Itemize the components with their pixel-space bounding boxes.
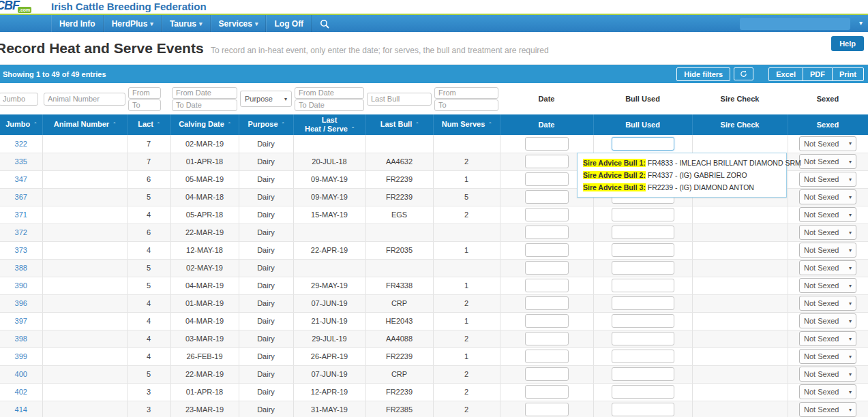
- jumbo-link[interactable]: 398: [15, 335, 27, 343]
- search-button[interactable]: [312, 15, 338, 32]
- jumbo-link[interactable]: 367: [15, 193, 27, 201]
- header-num-serves[interactable]: Num Servesˆ: [433, 114, 500, 135]
- heat-to-date-filter-input[interactable]: [295, 99, 364, 111]
- excel-button[interactable]: Excel: [768, 67, 803, 81]
- jumbo-link[interactable]: 335: [15, 157, 27, 166]
- purpose-filter-select[interactable]: Purpose ▾: [240, 91, 292, 107]
- jumbo-link[interactable]: 397: [15, 317, 27, 325]
- refresh-button[interactable]: [734, 67, 753, 80]
- jumbo-link[interactable]: 396: [15, 299, 27, 307]
- date-input[interactable]: [525, 385, 569, 399]
- lact-from-filter-input[interactable]: [128, 87, 161, 99]
- jumbo-filter-input[interactable]: [0, 93, 38, 106]
- bull-used-input[interactable]: [612, 332, 674, 345]
- nav-herdplus[interactable]: HerdPlus ▾: [104, 15, 162, 32]
- bull-used-input[interactable]: [612, 279, 674, 292]
- jumbo-link[interactable]: 372: [15, 228, 27, 236]
- header-calving-date[interactable]: Calving Dateˆ: [170, 114, 239, 135]
- date-input[interactable]: [525, 261, 569, 275]
- pdf-button[interactable]: PDF: [803, 67, 832, 81]
- nav-herd-info[interactable]: Herd Info: [51, 15, 104, 32]
- date-input[interactable]: [525, 279, 569, 292]
- sexed-select[interactable]: Not Sexed ▾: [799, 136, 856, 151]
- sire-check-cell: [692, 348, 788, 365]
- jumbo-link[interactable]: 371: [15, 211, 27, 219]
- bull-used-input[interactable]: [612, 367, 674, 381]
- sexed-select[interactable]: Not Sexed ▾: [799, 278, 856, 293]
- animal-number-filter-input[interactable]: [44, 93, 125, 106]
- herd-select-box[interactable]: [740, 18, 850, 30]
- nav-log-off[interactable]: Log Off: [266, 15, 312, 32]
- header-lact[interactable]: Lactˆ: [127, 114, 170, 135]
- sexed-select[interactable]: Not Sexed ▾: [799, 243, 856, 258]
- date-input[interactable]: [525, 296, 569, 310]
- sexed-select[interactable]: Not Sexed ▾: [799, 189, 856, 204]
- date-input[interactable]: [525, 208, 569, 221]
- sexed-select[interactable]: Not Sexed ▾: [799, 331, 856, 346]
- date-input[interactable]: [525, 172, 569, 186]
- jumbo-link[interactable]: 390: [15, 281, 27, 290]
- jumbo-link[interactable]: 414: [15, 405, 27, 414]
- date-input[interactable]: [525, 403, 569, 416]
- header-jumbo[interactable]: Jumboˆ: [0, 114, 42, 135]
- sexed-select[interactable]: Not Sexed ▾: [799, 367, 856, 382]
- bull-used-input[interactable]: [612, 261, 674, 275]
- date-input[interactable]: [525, 137, 569, 151]
- date-input[interactable]: [525, 332, 569, 345]
- nav-taurus[interactable]: Taurus ▾: [162, 15, 211, 32]
- jumbo-link[interactable]: 373: [15, 246, 27, 254]
- serves-from-filter-input[interactable]: [434, 87, 498, 99]
- sexed-select[interactable]: Not Sexed ▾: [799, 260, 856, 275]
- bull-used-input[interactable]: [612, 403, 674, 416]
- sexed-select[interactable]: Not Sexed ▾: [799, 402, 856, 417]
- sexed-select[interactable]: Not Sexed ▾: [799, 207, 856, 222]
- sexed-select[interactable]: Not Sexed ▾: [799, 296, 856, 311]
- last-bull-filter-input[interactable]: [367, 93, 432, 106]
- date-input[interactable]: [525, 243, 569, 257]
- sexed-select[interactable]: Not Sexed ▾: [799, 225, 856, 240]
- bull-used-input[interactable]: [612, 314, 674, 328]
- jumbo-link[interactable]: 399: [15, 352, 27, 360]
- bull-used-input[interactable]: [612, 350, 674, 363]
- jumbo-link[interactable]: 347: [15, 175, 27, 183]
- hide-filters-button[interactable]: Hide filters: [676, 67, 730, 81]
- header-last-bull[interactable]: Last Bullˆ: [365, 114, 433, 135]
- jumbo-link[interactable]: 322: [15, 140, 27, 148]
- jumbo-link[interactable]: 402: [15, 388, 27, 396]
- date-input[interactable]: [525, 226, 569, 239]
- sexed-select[interactable]: Not Sexed ▾: [799, 349, 856, 364]
- bull-used-input[interactable]: [612, 385, 674, 399]
- date-input[interactable]: [525, 314, 569, 328]
- sexed-select[interactable]: Not Sexed ▾: [799, 313, 856, 328]
- serves-to-filter-input[interactable]: [434, 99, 498, 111]
- date-input[interactable]: [525, 155, 569, 168]
- bull-used-input[interactable]: [612, 226, 674, 239]
- sexed-select[interactable]: Not Sexed ▾: [799, 172, 856, 187]
- calving-from-date-filter-input[interactable]: [172, 87, 237, 99]
- bull-used-input[interactable]: [612, 243, 674, 257]
- header-last-heat-serve[interactable]: Last Heat / Serveˆ: [293, 114, 365, 135]
- date-input[interactable]: [525, 350, 569, 363]
- bull-used-input[interactable]: [612, 208, 674, 221]
- bull-used-input[interactable]: [612, 296, 674, 310]
- sort-caret-icon: ˆ: [113, 121, 115, 128]
- calving-to-date-filter-input[interactable]: [172, 99, 237, 111]
- jumbo-link[interactable]: 388: [15, 264, 27, 272]
- date-input[interactable]: [525, 190, 569, 204]
- sexed-select[interactable]: Not Sexed ▾: [799, 384, 856, 399]
- date-input[interactable]: [525, 367, 569, 381]
- calving-date-cell: 26-FEB-19: [170, 348, 239, 365]
- header-animal-number[interactable]: Animal Numberˆ: [42, 114, 127, 135]
- filter-row: Purpose ▾ Date Bull Used Sire Check Sexe…: [0, 83, 868, 114]
- nav-services[interactable]: Services ▾: [211, 15, 267, 32]
- print-button[interactable]: Print: [832, 67, 864, 81]
- lact-to-filter-input[interactable]: [128, 99, 161, 111]
- last-bull-cell: AA4632: [365, 153, 433, 170]
- jumbo-link[interactable]: 400: [15, 370, 27, 378]
- help-button[interactable]: Help: [831, 36, 864, 51]
- header-purpose[interactable]: Purposeˆ: [239, 114, 293, 135]
- chevron-down-icon[interactable]: ▾: [859, 19, 863, 27]
- bull-used-input[interactable]: [612, 137, 674, 151]
- heat-from-date-filter-input[interactable]: [295, 87, 364, 99]
- sexed-select[interactable]: Not Sexed ▾: [799, 154, 856, 169]
